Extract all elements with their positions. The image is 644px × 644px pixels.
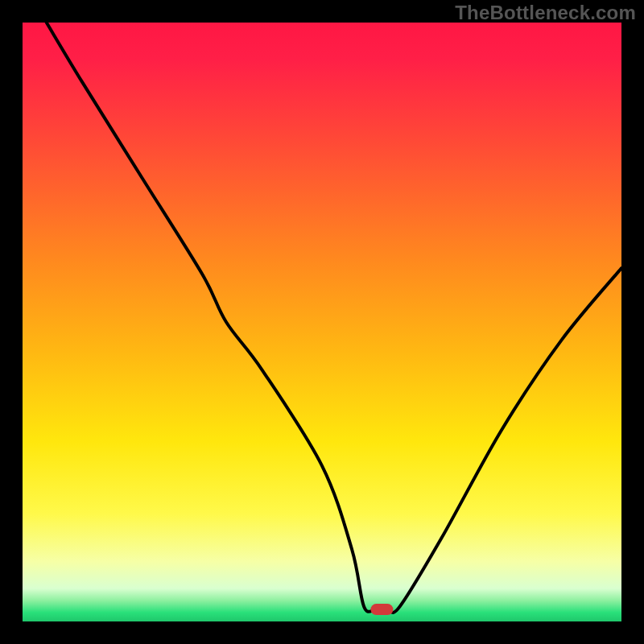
watermark-text: TheBottleneck.com: [455, 2, 636, 24]
optimal-point: [370, 604, 393, 615]
plot-area: [23, 23, 621, 621]
gradient-background: [23, 23, 621, 621]
chart-markers: [370, 604, 393, 615]
bottleneck-chart: [23, 23, 621, 621]
chart-frame: TheBottleneck.com: [0, 0, 644, 644]
